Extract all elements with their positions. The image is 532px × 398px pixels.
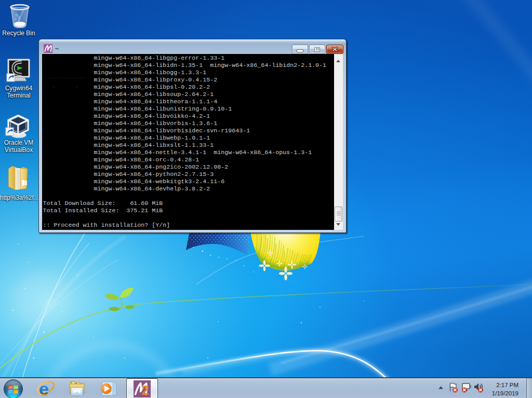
- svg-text:2: 2: [142, 383, 149, 397]
